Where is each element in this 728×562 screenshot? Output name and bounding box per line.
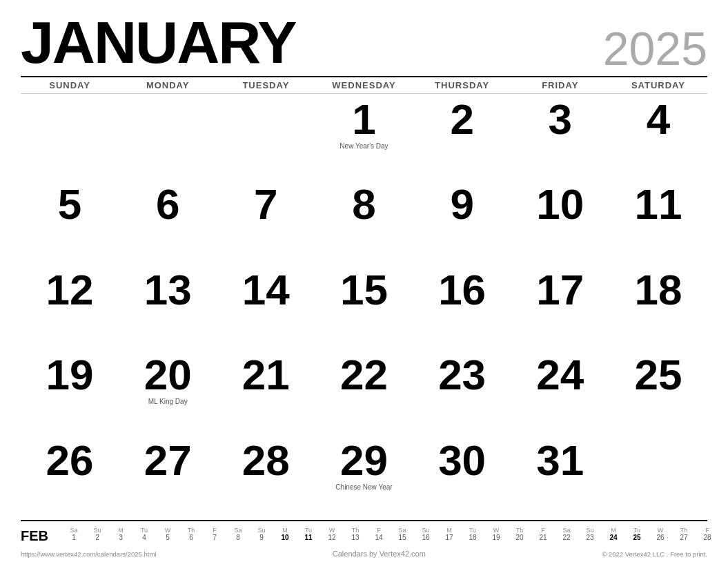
calendar-cell: 16 xyxy=(413,264,511,349)
day-name-sunday: SUNDAY xyxy=(21,80,119,90)
mini-day-header: Su xyxy=(86,527,109,534)
calendar-cell xyxy=(21,94,119,179)
footer-left: https://www.vertex42.com/calendars/2025.… xyxy=(21,550,156,558)
calendar-cell: 9 xyxy=(413,179,511,264)
mini-day-header: M xyxy=(437,527,461,534)
calendar-cell: 10 xyxy=(511,179,609,264)
cell-day-number: 22 xyxy=(340,353,388,396)
calendar-cell: 29Chinese New Year xyxy=(315,435,413,520)
mini-date: 1 xyxy=(62,534,86,541)
mini-date: 16 xyxy=(414,534,437,541)
mini-day-header: W xyxy=(649,527,672,534)
mini-day-header: Sa xyxy=(555,527,578,534)
mini-day-header: W xyxy=(484,527,508,534)
mini-date: 17 xyxy=(437,534,461,541)
mini-day-header: Tu xyxy=(461,527,484,534)
day-name-wednesday: WEDNESDAY xyxy=(315,80,413,90)
calendar-cell xyxy=(217,94,315,179)
mini-day-header: Tu xyxy=(625,527,649,534)
mini-day-header: W xyxy=(156,527,179,534)
calendar-cell xyxy=(119,94,217,179)
mini-day-header: W xyxy=(320,527,344,534)
mini-date: 18 xyxy=(461,534,484,541)
mini-date: 2 xyxy=(86,534,109,541)
cell-day-number: 20 xyxy=(144,353,192,396)
mini-day-header: F xyxy=(531,527,555,534)
calendar-cell: 30 xyxy=(413,435,511,520)
mini-date: 24 xyxy=(602,534,625,541)
mini-day-header: Sa xyxy=(391,527,414,534)
cell-holiday: New Year's Day xyxy=(340,142,388,151)
mini-month-label: FEB xyxy=(21,527,62,544)
mini-day-header: Su xyxy=(250,527,273,534)
cell-day-number: 5 xyxy=(58,183,81,226)
cell-day-number: 1 xyxy=(352,98,375,141)
mini-day-header: Su xyxy=(414,527,437,534)
cell-day-number: 27 xyxy=(144,439,192,482)
calendar-cell: 7 xyxy=(217,179,315,264)
cell-day-number: 28 xyxy=(242,439,290,482)
mini-date: 12 xyxy=(320,534,344,541)
mini-day-header: F xyxy=(696,527,719,534)
header-row: JANUARY 2025 xyxy=(21,12,707,72)
cell-day-number: 30 xyxy=(438,439,486,482)
cell-day-number: 9 xyxy=(450,183,473,226)
calendar-cell: 13 xyxy=(119,264,217,349)
mini-date: 23 xyxy=(578,534,602,541)
calendar-cell: 31 xyxy=(511,435,609,520)
calendar-container: JANUARY 2025 SUNDAYMONDAYTUESDAYWEDNESDA… xyxy=(0,0,728,562)
mini-day-header: M xyxy=(273,527,297,534)
mini-day-header: Sa xyxy=(62,527,86,534)
cell-day-number: 17 xyxy=(536,269,584,311)
calendar-cell: 4 xyxy=(609,94,707,179)
mini-day-header: F xyxy=(203,527,226,534)
mini-date: 19 xyxy=(484,534,508,541)
mini-day-header: Tu xyxy=(297,527,320,534)
cell-day-number: 18 xyxy=(634,269,682,311)
mini-day-header: Th xyxy=(344,527,367,534)
cell-day-number: 13 xyxy=(144,269,192,311)
footer-center: Calendars by Vertex42.com xyxy=(333,550,426,558)
cell-day-number: 15 xyxy=(340,269,388,311)
calendar-cell: 20ML King Day xyxy=(119,349,217,434)
calendar-cell: 19 xyxy=(21,349,119,434)
mini-date: 28 xyxy=(696,534,719,541)
calendar-cell: 24 xyxy=(511,349,609,434)
cell-day-number: 25 xyxy=(634,353,682,396)
mini-date: 25 xyxy=(625,534,649,541)
calendar-cell: 2 xyxy=(413,94,511,179)
mini-date: 15 xyxy=(391,534,414,541)
mini-date: 20 xyxy=(508,534,531,541)
cell-day-number: 16 xyxy=(438,269,486,311)
cell-day-number: 26 xyxy=(46,439,94,482)
cell-day-number: 10 xyxy=(536,183,584,226)
mini-date: 3 xyxy=(109,534,132,541)
calendar-cell: 12 xyxy=(21,264,119,349)
cell-day-number: 7 xyxy=(254,183,277,226)
calendar-cell: 8 xyxy=(315,179,413,264)
mini-calendar-section: FEB SaSuMTuWThFSaSuMTuWThFSaSuMTuWThFSaS… xyxy=(21,520,707,547)
year-title: 2025 xyxy=(603,25,707,72)
calendar-cell: 14 xyxy=(217,264,315,349)
mini-day-header: M xyxy=(109,527,132,534)
mini-day-header: Th xyxy=(672,527,696,534)
footer-right: © 2022 Vertex42 LLC . Free to print. xyxy=(602,550,707,558)
calendar-cell xyxy=(609,435,707,520)
mini-date: 10 xyxy=(273,534,297,541)
calendar-cell: 5 xyxy=(21,179,119,264)
day-name-friday: FRIDAY xyxy=(511,80,609,90)
cell-day-number: 14 xyxy=(242,269,290,311)
calendar-cell: 28 xyxy=(217,435,315,520)
day-name-saturday: SATURDAY xyxy=(609,80,707,90)
cell-day-number: 3 xyxy=(549,98,572,141)
cell-day-number: 21 xyxy=(242,353,290,396)
mini-calendar-grid: SaSuMTuWThFSaSuMTuWThFSaSuMTuWThFSaSuMTu… xyxy=(62,527,719,541)
calendar-cell: 22 xyxy=(315,349,413,434)
day-name-tuesday: TUESDAY xyxy=(217,80,315,90)
calendar-cell: 27 xyxy=(119,435,217,520)
mini-date: 26 xyxy=(649,534,672,541)
mini-date: 6 xyxy=(179,534,203,541)
mini-date: 13 xyxy=(344,534,367,541)
cell-day-number: 29 xyxy=(340,439,388,482)
mini-date: 8 xyxy=(226,534,250,541)
